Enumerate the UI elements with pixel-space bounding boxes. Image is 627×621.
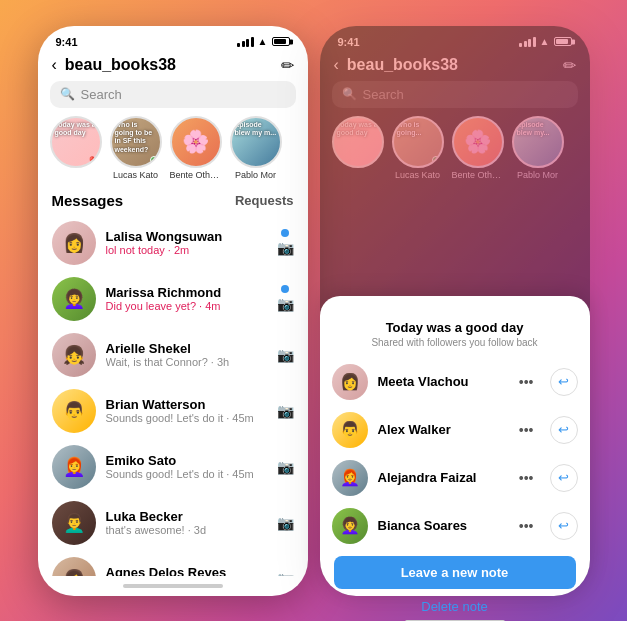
avatar-brian: 👨 (52, 389, 96, 433)
popup-btn-area: Leave a new note Delete note (320, 550, 590, 620)
search-input-left[interactable]: Search (81, 87, 122, 102)
camera-icon-lalisa[interactable]: 📷 (277, 240, 294, 256)
msg-name-marissa: Marissa Richmond (106, 285, 267, 300)
msg-preview-lalisa: lol not today · 2m (106, 244, 267, 256)
popup-name-alex: Alex Walker (378, 422, 509, 437)
table-row[interactable]: 👩‍🦱 Marissa Richmond Did you leave yet? … (38, 271, 308, 327)
msg-name-agnes: Agnes Delos Reyes (106, 565, 267, 576)
story-bubble-3: 🌸 (170, 116, 222, 168)
popup-dots-meeta[interactable]: ••• (519, 374, 534, 390)
popup-msg-alejandra[interactable]: ↩ (550, 464, 578, 492)
story-bubble-1: Today was a good day ❤️ (50, 116, 102, 168)
status-bar-left: 9:41 ▲ (38, 26, 308, 52)
back-button-left[interactable]: ‹ (52, 56, 57, 74)
edit-icon-left[interactable]: ✏ (281, 56, 294, 75)
back-button-right[interactable]: ‹ (334, 56, 339, 74)
status-icons-left: ▲ (237, 36, 289, 47)
edit-icon-right[interactable]: ✏ (563, 56, 576, 75)
msg-name-luka: Luka Becker (106, 509, 267, 524)
battery-icon-right (554, 37, 572, 46)
avatar-marissa: 👩‍🦱 (52, 277, 96, 321)
search-bar-right[interactable]: 🔍 Search (332, 81, 578, 108)
camera-icon-luka[interactable]: 📷 (277, 515, 294, 531)
leave-note-button[interactable]: Leave a new note (334, 556, 576, 589)
msg-right-emiko: 📷 (277, 459, 294, 475)
popup-msg-bianca[interactable]: ↩ (550, 512, 578, 540)
msg-name-arielle: Arielle Shekel (106, 341, 267, 356)
msg-name-emiko: Emiko Sato (106, 453, 267, 468)
story-item-1[interactable]: Today was a good day ❤️ (50, 116, 102, 180)
popup-dots-alejandra[interactable]: ••• (519, 470, 534, 486)
camera-icon-emiko[interactable]: 📷 (277, 459, 294, 475)
table-row[interactable]: 👩 Lalisa Wongsuwan lol not today · 2m 📷 (38, 215, 308, 271)
popup-story-subtitle: Shared with followers you follow back (371, 337, 537, 348)
story-viewers-popup: Today was a good day Shared with followe… (320, 296, 590, 596)
table-row[interactable]: 👨 Brian Watterson Sounds good! Let's do … (38, 383, 308, 439)
msg-content-marissa: Marissa Richmond Did you leave yet? · 4m (106, 285, 267, 312)
table-row[interactable]: 👩 Agnes Delos Reyes lmao · 4h 📷 (38, 551, 308, 576)
list-item[interactable]: 👨 Alex Walker ••• ↩ (332, 406, 578, 454)
msg-right-lalisa: 📷 (277, 229, 294, 256)
time-right: 9:41 (338, 36, 360, 48)
search-bar-left[interactable]: 🔍 Search (50, 81, 296, 108)
story-overlay-1: Today was a good day (52, 118, 100, 141)
msg-content-lalisa: Lalisa Wongsuwan lol not today · 2m (106, 229, 267, 256)
header-left: ‹ beau_books38 ✏ (38, 52, 308, 81)
phone-left: 9:41 ▲ ‹ beau_books38 ✏ 🔍 Search Today w (38, 26, 308, 596)
username-right: beau_books38 (347, 56, 555, 74)
popup-msg-alex[interactable]: ↩ (550, 416, 578, 444)
camera-icon-arielle[interactable]: 📷 (277, 347, 294, 363)
msg-right-luka: 📷 (277, 515, 294, 531)
msg-content-brian: Brian Watterson Sounds good! Let's do it… (106, 397, 267, 424)
avatar-emiko: 👩‍🦰 (52, 445, 96, 489)
status-bar-right: 9:41 ▲ (320, 26, 590, 52)
story-label-4: Pablo Mor (235, 170, 276, 180)
home-indicator-left (38, 576, 308, 596)
popup-story-title: Today was a good day (386, 320, 524, 335)
msg-right-arielle: 📷 (277, 347, 294, 363)
list-item[interactable]: 👩‍🦱 Bianca Soares ••• ↩ (332, 502, 578, 550)
list-item[interactable]: 👩 Meeta Vlachou ••• ↩ (332, 358, 578, 406)
story-bubble-4: Episode blew my m... (230, 116, 282, 168)
msg-content-arielle: Arielle Shekel Wait, is that Connor? · 3… (106, 341, 267, 368)
popup-name-meeta: Meeta Vlachou (378, 374, 509, 389)
msg-preview-luka: that's awesome! · 3d (106, 524, 267, 536)
table-row[interactable]: 👨‍🦱 Luka Becker that's awesome! · 3d 📷 (38, 495, 308, 551)
popup-name-bianca: Bianca Soares (378, 518, 509, 533)
msg-preview-marissa: Did you leave yet? · 4m (106, 300, 267, 312)
avatar-agnes: 👩 (52, 557, 96, 576)
story-item-2[interactable]: Who is going to be in SF this weekend? L… (110, 116, 162, 180)
msg-preview-brian: Sounds good! Let's do it · 45m (106, 412, 267, 424)
story-bubble-2: Who is going to be in SF this weekend? (110, 116, 162, 168)
table-row[interactable]: 👧 Arielle Shekel Wait, is that Connor? ·… (38, 327, 308, 383)
wifi-icon-right: ▲ (540, 36, 550, 47)
camera-icon-marissa[interactable]: 📷 (277, 296, 294, 312)
story-overlay-2: Who is going to be in SF this weekend? (112, 118, 160, 158)
search-input-right[interactable]: Search (363, 87, 404, 102)
camera-icon-brian[interactable]: 📷 (277, 403, 294, 419)
popup-users-list: 👩 Meeta Vlachou ••• ↩ 👨 Alex Walker ••• … (320, 358, 590, 550)
signal-icon (237, 37, 254, 47)
unread-dot-lalisa (281, 229, 289, 237)
avatar-luka: 👨‍🦱 (52, 501, 96, 545)
popup-dots-alex[interactable]: ••• (519, 422, 534, 438)
popup-avatar-bianca: 👩‍🦱 (332, 508, 368, 544)
status-icons-right: ▲ (519, 36, 571, 47)
phone-right-container: 9:41 ▲ ‹ beau_books38 ✏ 🔍 Search (320, 26, 590, 596)
popup-avatar-meeta: 👩 (332, 364, 368, 400)
msg-content-emiko: Emiko Sato Sounds good! Let's do it · 45… (106, 453, 267, 480)
story-label-3: Bente Othman (170, 170, 222, 180)
story-item-3[interactable]: 🌸 Bente Othman (170, 116, 222, 180)
delete-note-button[interactable]: Delete note (334, 593, 576, 620)
popup-name-alejandra: Alejandra Faizal (378, 470, 509, 485)
popup-msg-meeta[interactable]: ↩ (550, 368, 578, 396)
requests-button[interactable]: Requests (235, 193, 294, 208)
unread-dot-marissa (281, 285, 289, 293)
table-row[interactable]: 👩‍🦰 Emiko Sato Sounds good! Let's do it … (38, 439, 308, 495)
msg-right-brian: 📷 (277, 403, 294, 419)
msg-content-agnes: Agnes Delos Reyes lmao · 4h (106, 565, 267, 576)
story-item-4[interactable]: Episode blew my m... Pablo Mor (230, 116, 282, 180)
list-item[interactable]: 👩‍🦰 Alejandra Faizal ••• ↩ (332, 454, 578, 502)
popup-dots-bianca[interactable]: ••• (519, 518, 534, 534)
search-icon-left: 🔍 (60, 87, 75, 101)
